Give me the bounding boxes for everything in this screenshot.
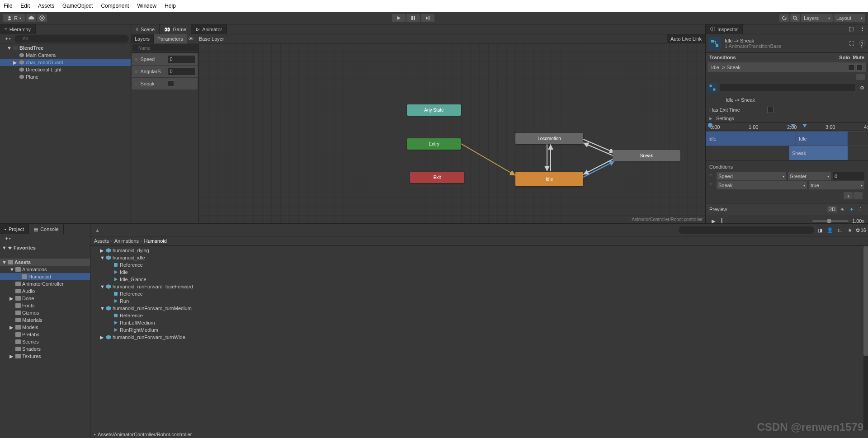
pause-button[interactable] xyxy=(406,14,420,22)
node-locomotion[interactable]: Locomotion xyxy=(515,133,583,144)
param-row[interactable]: ≡Speed xyxy=(132,53,198,65)
asset-item[interactable]: ▶humanoid_dying xyxy=(90,247,868,254)
timeline-clip-idle-2[interactable]: Idle xyxy=(796,132,848,146)
asset-item[interactable]: ▼humanoid_runForward_turnMedium xyxy=(90,305,868,312)
transition-list-item[interactable]: Idle -> Sneak xyxy=(708,62,866,72)
create-dropdown[interactable]: ＋▾ xyxy=(2,35,13,42)
hierarchy-item[interactable]: ▶char_robotGuard xyxy=(0,59,131,66)
asset-item[interactable]: Idle xyxy=(90,268,868,276)
condition-value[interactable] xyxy=(833,172,864,180)
inspector-lock-icon[interactable]: ⬚ xyxy=(847,25,855,33)
condition-param-dropdown[interactable]: Sneak▾ xyxy=(717,181,807,189)
scene-tab[interactable]: ⌗Scene xyxy=(131,24,160,34)
cloud-button[interactable] xyxy=(26,14,36,22)
folder-item[interactable]: Scenes xyxy=(0,338,90,345)
preview-menu-icon[interactable]: ⋮ xyxy=(856,205,864,213)
inspector-menu-icon[interactable]: ⋮ xyxy=(858,25,866,33)
param-value[interactable] xyxy=(168,56,195,63)
has-exit-time-checkbox[interactable] xyxy=(767,107,774,113)
transition-end-marker[interactable] xyxy=(802,124,807,127)
node-exit[interactable]: Exit xyxy=(410,172,464,183)
add-condition-button[interactable]: ＋ xyxy=(844,192,853,199)
parameters-button[interactable]: Parameters xyxy=(154,34,187,43)
folder-item[interactable]: ▶Models xyxy=(0,324,90,331)
undo-history-button[interactable] xyxy=(779,14,789,22)
asset-item[interactable]: RunRightMedium xyxy=(90,326,868,334)
asset-item[interactable]: Idle_Glance xyxy=(90,276,868,283)
filter-label-icon[interactable]: 🏷 xyxy=(836,226,844,234)
hierarchy-item[interactable]: Directional Light xyxy=(0,66,131,73)
expand-icon[interactable]: ⛶ xyxy=(847,39,855,47)
playhead-start[interactable] xyxy=(708,123,712,127)
mute-checkbox[interactable] xyxy=(856,64,863,71)
asset-item[interactable]: Reference xyxy=(90,290,868,297)
project-create-dropdown[interactable]: ＋▾ xyxy=(2,235,13,242)
preview-play-button[interactable]: ▶ xyxy=(709,217,717,223)
node-idle[interactable]: Idle xyxy=(515,172,583,186)
param-search[interactable] xyxy=(132,44,199,52)
step-button[interactable] xyxy=(421,14,434,22)
folder-item[interactable]: ▼Animations xyxy=(0,266,90,273)
breadcrumb-animations[interactable]: Animations xyxy=(114,238,139,244)
menu-assets[interactable]: Assets xyxy=(38,3,54,9)
filter-type-icon[interactable]: 👤 xyxy=(826,226,834,234)
eye-icon[interactable]: 👁 xyxy=(187,35,195,43)
condition-op-dropdown[interactable]: true▾ xyxy=(809,181,864,189)
folder-item[interactable]: ▶Done xyxy=(0,295,90,302)
hierarchy-item[interactable]: Plane xyxy=(0,73,131,80)
param-value[interactable] xyxy=(168,68,195,75)
preview-avatar-icon[interactable]: ✦ xyxy=(847,205,855,213)
search-button[interactable] xyxy=(790,14,800,22)
remove-condition-button[interactable]: − xyxy=(854,192,863,199)
node-anystate[interactable]: Any State xyxy=(407,104,461,116)
node-entry[interactable]: Entry xyxy=(407,138,461,150)
preview-light-icon[interactable]: ☀ xyxy=(838,205,846,213)
folder-item[interactable]: Prefabs xyxy=(0,331,90,338)
layout-dropdown[interactable]: Layout▾ xyxy=(834,14,865,22)
condition-op-dropdown[interactable]: Greater▾ xyxy=(788,172,831,180)
timeline-clip-sneak[interactable]: Sneak xyxy=(789,146,848,160)
asset-item[interactable]: Reference xyxy=(90,261,868,268)
favorites-item[interactable]: ▼★ Favorites xyxy=(0,244,90,251)
menu-help[interactable]: Help xyxy=(165,3,176,9)
preview-speed-slider[interactable] xyxy=(812,220,849,222)
param-row[interactable]: ≡AngularS xyxy=(132,66,198,77)
transition-name[interactable]: Idle -> Sneak xyxy=(725,38,844,43)
param-row[interactable]: ≡Sneak xyxy=(132,78,198,89)
menu-window[interactable]: Window xyxy=(137,3,156,9)
layers-button[interactable]: Layers xyxy=(131,34,154,43)
console-tab[interactable]: ▤Console xyxy=(29,224,63,234)
folder-item[interactable]: ▶Textures xyxy=(0,353,90,360)
animator-tab[interactable]: ⊳Animator xyxy=(191,24,227,34)
asset-item[interactable]: Run xyxy=(90,297,868,305)
hierarchy-item[interactable]: ▼BlendTree xyxy=(0,44,131,52)
game-tab[interactable]: 👀Game xyxy=(160,24,191,34)
hierarchy-tab[interactable]: ≡Hierarchy xyxy=(0,24,36,34)
asset-item[interactable]: ▼humanoid_runForward_faceForward xyxy=(90,283,868,290)
folder-item[interactable]: Fonts xyxy=(0,302,90,309)
hierarchy-search[interactable] xyxy=(14,35,129,42)
layers-dropdown[interactable]: Layers▾ xyxy=(801,14,833,22)
transition-timeline[interactable]: 0:001:002:003:004:0 Idle Idle Sneak xyxy=(706,122,868,160)
menu-file[interactable]: File xyxy=(4,3,12,9)
folder-item[interactable]: Humanoid xyxy=(0,273,90,280)
animator-graph[interactable]: AnimatorController/Robot.controller Any … xyxy=(199,43,705,223)
timeline-clip-idle-1[interactable]: Idle xyxy=(706,132,796,146)
folder-item[interactable]: Gizmos xyxy=(0,309,90,316)
transition-start-marker[interactable] xyxy=(791,124,795,127)
menu-component[interactable]: Component xyxy=(101,3,129,9)
transition-field[interactable] xyxy=(720,84,855,91)
asset-item[interactable]: RunLeftMedium xyxy=(90,319,868,326)
filter-star-icon[interactable]: ★ xyxy=(846,226,854,234)
scrollbar[interactable] xyxy=(863,246,868,430)
menu-edit[interactable]: Edit xyxy=(20,3,30,9)
menu-gameobject[interactable]: GameObject xyxy=(62,3,93,9)
condition-param-dropdown[interactable]: Speed▾ xyxy=(717,172,786,180)
gear-icon[interactable]: ⚙ xyxy=(858,84,866,92)
preview-2d-button[interactable]: 2D xyxy=(827,206,837,212)
folder-item[interactable]: Materials xyxy=(0,316,90,324)
node-sneak[interactable]: Sneak xyxy=(613,150,680,161)
remove-transition-button[interactable]: − xyxy=(856,74,865,80)
inspector-tab[interactable]: ⓘInspector xyxy=(706,24,743,34)
assets-search-input[interactable] xyxy=(679,226,814,234)
